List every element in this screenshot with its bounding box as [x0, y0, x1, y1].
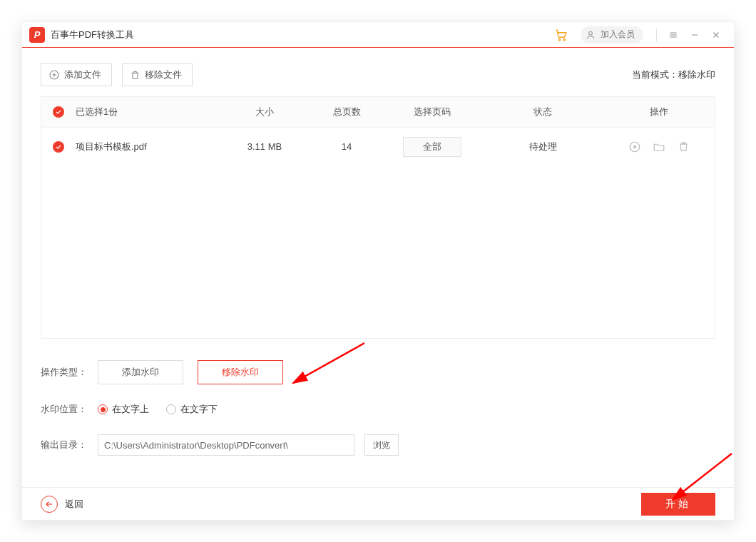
remove-file-label: 移除文件 — [145, 68, 182, 81]
divider — [656, 29, 657, 41]
add-file-label: 添加文件 — [64, 68, 101, 81]
svg-point-0 — [558, 39, 560, 40]
position-under-radio[interactable]: 在文字下 — [166, 403, 218, 416]
check-circle-icon — [53, 141, 64, 153]
row-ops — [603, 140, 715, 154]
plus-circle-icon — [48, 69, 60, 81]
browse-button[interactable]: 浏览 — [364, 434, 399, 456]
radio-checked-icon — [98, 404, 108, 414]
remove-watermark-mode[interactable]: 移除水印 — [198, 360, 283, 384]
position-over-radio[interactable]: 在文字上 — [98, 403, 149, 416]
start-button[interactable]: 开始 — [641, 493, 715, 516]
close-icon[interactable] — [710, 29, 722, 41]
col-selected: 已选择1份 — [76, 106, 218, 118]
watermark-position-row: 水印位置： 在文字上 在文字下 — [41, 403, 715, 416]
page-select-button[interactable]: 全部 — [403, 137, 461, 157]
file-table: 已选择1份 大小 总页数 选择页码 状态 操作 项目标书模板.pdf 3.11 … — [41, 96, 715, 339]
join-member-label: 加入会员 — [601, 29, 635, 41]
title-bar: P 百事牛PDF转换工具 加入会员 — [22, 22, 734, 48]
svg-point-2 — [589, 31, 593, 35]
operation-type-row: 操作类型： 添加水印 移除水印 — [41, 360, 715, 384]
minimize-icon[interactable] — [688, 29, 701, 41]
folder-icon[interactable] — [652, 140, 666, 154]
app-logo: P — [29, 27, 45, 43]
bottom-bar: 返回 开始 — [22, 487, 734, 520]
cart-icon[interactable] — [553, 27, 569, 43]
join-member-button[interactable]: 加入会员 — [581, 26, 643, 44]
row-filename: 项目标书模板.pdf — [76, 140, 218, 153]
back-button[interactable] — [41, 496, 58, 513]
user-icon — [585, 29, 596, 41]
file-actions: 添加文件 移除文件 当前模式：移除水印 — [41, 63, 715, 86]
check-circle-icon — [53, 106, 64, 118]
row-status: 待处理 — [482, 140, 603, 153]
app-window: P 百事牛PDF转换工具 加入会员 添加文件 — [21, 21, 735, 521]
output-dir-row: 输出目录： 浏览 — [41, 434, 715, 456]
remove-file-button[interactable]: 移除文件 — [122, 63, 193, 86]
current-mode: 当前模式：移除水印 — [632, 68, 715, 81]
play-icon[interactable] — [628, 140, 642, 154]
select-all-checkbox[interactable] — [41, 106, 76, 118]
row-size: 3.11 MB — [218, 141, 311, 152]
add-watermark-mode[interactable]: 添加水印 — [98, 360, 183, 384]
delete-icon[interactable] — [676, 140, 690, 154]
radio-unchecked-icon — [166, 404, 176, 414]
col-page-select: 选择页码 — [382, 106, 482, 118]
col-size: 大小 — [218, 106, 311, 118]
table-header: 已选择1份 大小 总页数 选择页码 状态 操作 — [41, 97, 715, 127]
svg-point-1 — [563, 39, 565, 40]
operation-type-label: 操作类型： — [41, 366, 98, 379]
svg-marker-13 — [634, 145, 638, 149]
menu-icon[interactable] — [667, 29, 680, 41]
row-pages: 14 — [311, 141, 382, 152]
back-label: 返回 — [65, 498, 83, 511]
row-checkbox[interactable] — [41, 141, 76, 153]
add-file-button[interactable]: 添加文件 — [41, 63, 112, 86]
app-title: 百事牛PDF转换工具 — [51, 29, 134, 41]
table-row: 项目标书模板.pdf 3.11 MB 14 全部 待处理 — [41, 127, 715, 165]
trash-icon — [130, 70, 141, 81]
watermark-position-label: 水印位置： — [41, 403, 98, 416]
content-area: 添加文件 移除文件 当前模式：移除水印 已选择1份 大小 总页数 选择页码 — [22, 48, 734, 487]
output-dir-label: 输出目录： — [41, 439, 98, 451]
col-pages: 总页数 — [311, 106, 382, 118]
col-status: 状态 — [482, 106, 603, 118]
output-dir-input[interactable] — [98, 434, 354, 456]
col-ops: 操作 — [603, 106, 715, 118]
arrow-left-icon — [44, 499, 54, 509]
